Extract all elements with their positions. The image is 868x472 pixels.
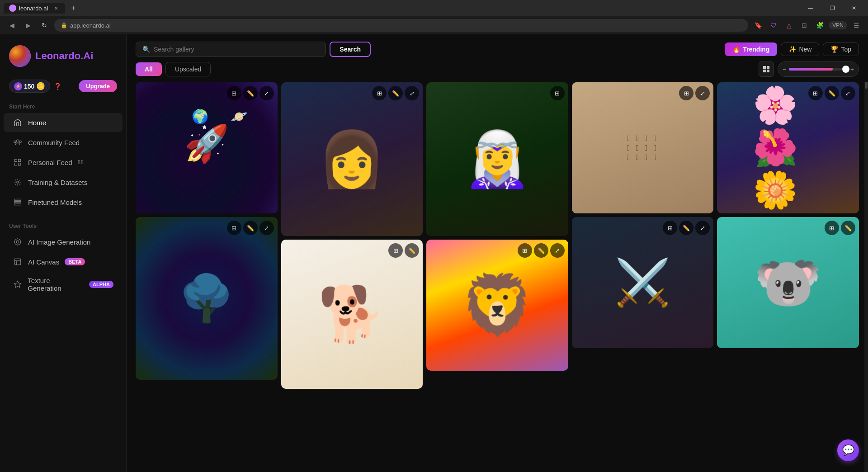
sidebar-item-ai-canvas[interactable]: AI Canvas BETA bbox=[4, 252, 123, 271]
edit-button-1[interactable]: ✏️ bbox=[243, 86, 258, 100]
active-tab[interactable]: leonardo.ai ✕ bbox=[4, 3, 65, 14]
svg-rect-7 bbox=[19, 163, 21, 165]
remix-button-6[interactable]: ⊞ bbox=[518, 243, 532, 258]
reload-button[interactable]: ↻ bbox=[38, 19, 51, 32]
chat-button[interactable]: 💬 bbox=[837, 439, 859, 461]
address-input[interactable]: 🔒 app.leonardo.ai bbox=[54, 19, 748, 32]
help-icon[interactable]: ❓ bbox=[54, 83, 61, 90]
forward-button[interactable]: ▶ bbox=[22, 19, 34, 32]
gallery-item-woman2[interactable]: ⊞ bbox=[426, 82, 568, 236]
sidebar-item-finetuned[interactable]: Finetuned Models bbox=[4, 193, 123, 212]
vpn-badge[interactable]: VPN bbox=[829, 21, 847, 29]
menu-icon[interactable]: ☰ bbox=[850, 19, 863, 32]
remix-button-9[interactable]: ⊞ bbox=[808, 86, 823, 100]
image-overlay-3: ⊞ ✏️ ⤢ bbox=[372, 86, 419, 100]
gallery-item-woman[interactable]: ⊞ ✏️ ⤢ bbox=[281, 82, 423, 236]
tab-title: leonardo.ai bbox=[19, 5, 48, 12]
gallery-item-rocket[interactable]: ⊞ ✏️ ⤢ bbox=[136, 82, 278, 213]
sidebar-item-texture-gen[interactable]: Texture Generation ALPHA bbox=[4, 272, 123, 297]
trending-filter-tab[interactable]: 🔥 Trending bbox=[725, 42, 777, 56]
remix-button-7[interactable]: ⊞ bbox=[679, 86, 693, 100]
expand-button-2[interactable]: ⤢ bbox=[259, 221, 274, 235]
back-button[interactable]: ◀ bbox=[5, 19, 18, 32]
edit-button-8[interactable]: ✏️ bbox=[679, 221, 693, 235]
edit-button-6[interactable]: ✏️ bbox=[534, 243, 548, 258]
layout-icon[interactable]: ⊡ bbox=[798, 19, 811, 32]
top-filter-tab[interactable]: 🏆 Top bbox=[823, 42, 859, 56]
remix-button-1[interactable]: ⊞ bbox=[227, 86, 241, 100]
gallery-image-rocket bbox=[136, 82, 278, 213]
alpha-badge: ALPHA bbox=[89, 281, 113, 288]
gallery-item-hieroglyphs[interactable]: ⊞ ⤢ bbox=[572, 82, 714, 213]
sidebar-label-ai-canvas: AI Canvas bbox=[28, 258, 59, 266]
search-input[interactable] bbox=[154, 46, 319, 53]
sidebar-item-training[interactable]: Training & Datasets bbox=[4, 173, 123, 192]
expand-button-8[interactable]: ⤢ bbox=[695, 221, 710, 235]
new-filter-tab[interactable]: ✨ New bbox=[781, 42, 819, 56]
alert-icon[interactable]: △ bbox=[783, 19, 795, 32]
image-overlay-1: ⊞ ✏️ ⤢ bbox=[227, 86, 274, 100]
edit-button-4[interactable]: ✏️ bbox=[405, 243, 419, 258]
image-overlay-4: ⊞ ✏️ bbox=[388, 243, 419, 258]
remix-button-10[interactable]: ⊞ bbox=[825, 221, 839, 235]
sidebar-label-finetuned: Finetuned Models bbox=[28, 198, 82, 206]
toolbar-row2: All Upscaled − bbox=[136, 61, 859, 77]
ai-image-icon bbox=[13, 237, 23, 247]
sidebar-item-community-feed[interactable]: Community Feed bbox=[4, 133, 123, 152]
image-overlay-8: ⊞ ✏️ ⤢ bbox=[663, 221, 710, 235]
credits-value: 150 bbox=[24, 83, 34, 90]
gallery-item-koala[interactable]: ⊞ ✏️ bbox=[717, 217, 859, 348]
svg-rect-18 bbox=[14, 259, 21, 265]
tab-all[interactable]: All bbox=[136, 62, 162, 76]
slider-plus-icon[interactable]: + bbox=[850, 66, 854, 73]
close-button[interactable]: ✕ bbox=[844, 0, 864, 16]
tab-favicon bbox=[9, 5, 16, 12]
tab-upscaled[interactable]: Upscaled bbox=[165, 62, 211, 76]
sidebar: Leonardo.Ai ⚡ 150 🪙 ❓ Upgrade Start Here… bbox=[0, 34, 127, 472]
edit-button-10[interactable]: ✏️ bbox=[841, 221, 855, 235]
grid-view-button[interactable] bbox=[759, 61, 774, 77]
expand-button-7[interactable]: ⤢ bbox=[695, 86, 710, 100]
filter-tabs: 🔥 Trending ✨ New 🏆 Top bbox=[725, 42, 859, 56]
remix-button-5[interactable]: ⊞ bbox=[550, 86, 565, 100]
slider-minus-icon[interactable]: − bbox=[783, 66, 786, 73]
edit-button-3[interactable]: ✏️ bbox=[388, 86, 403, 100]
gallery-item-warrior[interactable]: ⊞ ✏️ ⤢ bbox=[572, 217, 714, 348]
sidebar-item-home[interactable]: Home bbox=[4, 113, 123, 132]
edit-button-2[interactable]: ✏️ bbox=[243, 221, 258, 235]
slider-track[interactable] bbox=[789, 68, 848, 71]
svg-rect-10 bbox=[14, 202, 21, 203]
slider-thumb[interactable] bbox=[842, 66, 849, 73]
search-button[interactable]: Search bbox=[330, 42, 371, 57]
bookmark-icon[interactable]: 🔖 bbox=[752, 19, 764, 32]
new-tab-button[interactable]: + bbox=[67, 2, 80, 14]
avatar bbox=[9, 45, 31, 67]
app-wrapper: Leonardo.Ai ⚡ 150 🪙 ❓ Upgrade Start Here… bbox=[0, 0, 868, 472]
remix-button-4[interactable]: ⊞ bbox=[388, 243, 403, 258]
gallery-item-flowers[interactable]: ⊞ ✏️ ⤢ bbox=[717, 82, 859, 213]
minimize-button[interactable]: — bbox=[800, 0, 821, 16]
remix-button-8[interactable]: ⊞ bbox=[663, 221, 677, 235]
scrollbar[interactable] bbox=[864, 34, 868, 472]
shield-icon[interactable]: 🛡 bbox=[767, 19, 780, 32]
gallery-item-tree[interactable]: ⊞ ✏️ ⤢ bbox=[136, 217, 278, 380]
gallery-item-lion[interactable]: ⊞ ✏️ ⤢ bbox=[426, 240, 568, 371]
tab-close-button[interactable]: ✕ bbox=[52, 5, 60, 12]
expand-button-6[interactable]: ⤢ bbox=[550, 243, 565, 258]
remix-button-3[interactable]: ⊞ bbox=[372, 86, 387, 100]
trending-label: Trending bbox=[743, 46, 769, 53]
expand-button-9[interactable]: ⤢ bbox=[841, 86, 855, 100]
expand-button-3[interactable]: ⤢ bbox=[405, 86, 419, 100]
new-label: New bbox=[799, 46, 811, 53]
size-slider[interactable]: − + bbox=[778, 61, 859, 77]
sidebar-item-personal-feed[interactable]: Personal Feed 88 bbox=[4, 153, 123, 172]
extensions-icon[interactable]: 🧩 bbox=[813, 19, 826, 32]
gallery-item-dog[interactable]: ⊞ ✏️ bbox=[281, 240, 423, 389]
edit-button-9[interactable]: ✏️ bbox=[825, 86, 839, 100]
upgrade-button[interactable]: Upgrade bbox=[79, 80, 117, 92]
sidebar-item-ai-image[interactable]: AI Image Generation bbox=[4, 232, 123, 251]
remix-button-2[interactable]: ⊞ bbox=[227, 221, 241, 235]
maximize-button[interactable]: ❐ bbox=[822, 0, 843, 16]
url-display: app.leonardo.ai bbox=[70, 22, 111, 29]
expand-button-1[interactable]: ⤢ bbox=[259, 86, 274, 100]
